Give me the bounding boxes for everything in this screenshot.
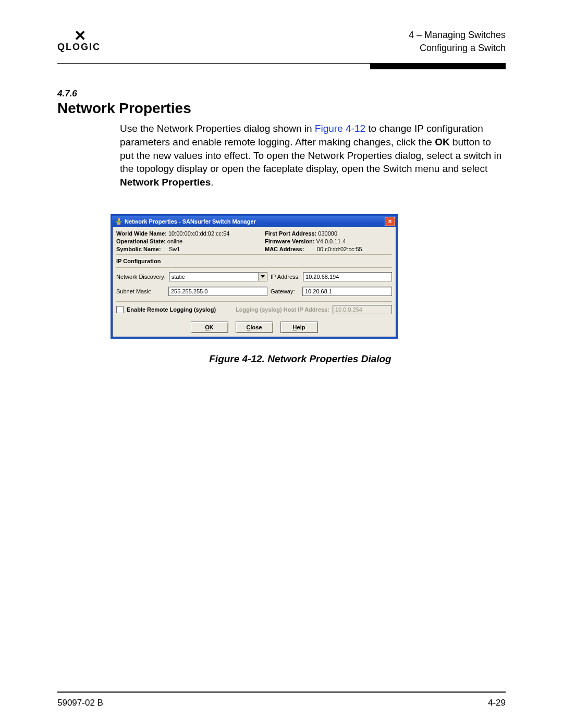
subnet-label: Subnet Mask: xyxy=(116,288,165,294)
section-title: Network Properties xyxy=(57,100,506,117)
wwn-label: World Wide Name: xyxy=(116,230,167,237)
syslog-host-input: 10.0.0.254 xyxy=(333,305,392,314)
wwn-value: 10:00:00:c0:dd:02:cc:54 xyxy=(168,230,229,237)
close-button[interactable]: Close xyxy=(236,322,273,333)
subnet-input[interactable]: 255.255.255.0 xyxy=(168,287,267,296)
footer-right: 4-29 xyxy=(488,698,506,708)
footer-rule xyxy=(57,692,506,693)
gw-label: Gateway: xyxy=(271,288,299,294)
enable-syslog-label: Enable Remote Logging (syslog) xyxy=(127,306,216,313)
fw-value: V4.0.0.11-4 xyxy=(316,238,346,244)
figure-link[interactable]: Figure 4-12 xyxy=(315,123,365,134)
enable-syslog-checkbox[interactable] xyxy=(116,306,124,313)
chapter-path: 4 – Managing Switches Configuring a Swit… xyxy=(409,29,506,55)
logo-text: QLOGIC xyxy=(57,42,101,52)
chevron-down-icon[interactable] xyxy=(258,273,267,281)
discovery-combo[interactable]: static xyxy=(169,272,267,281)
mac-label: MAC Address: xyxy=(265,246,304,252)
mac-value: 00:c0:dd:02:cc:55 xyxy=(317,246,362,252)
help-button[interactable]: Help xyxy=(280,322,318,333)
discovery-label: Network Discovery: xyxy=(116,274,166,280)
header-rule xyxy=(57,63,506,70)
dialog-titlebar[interactable]: Network Properties - SANsurfer Switch Ma… xyxy=(112,216,396,227)
ok-button[interactable]: OK xyxy=(191,322,228,333)
page-header: ✕ QLOGIC 4 – Managing Switches Configuri… xyxy=(57,29,506,60)
svg-rect-1 xyxy=(116,221,121,223)
logo-glyph: ✕ xyxy=(74,29,84,43)
close-icon[interactable]: × xyxy=(385,217,395,226)
section-number: 4.7.6 xyxy=(57,89,506,99)
syslog-host-label: Logging (syslog) Host IP Address: xyxy=(236,306,329,313)
section-paragraph: Use the Network Properties dialog shown … xyxy=(120,122,506,189)
info-grid: World Wide Name: 10:00:00:c0:dd:02:cc:54… xyxy=(116,230,392,252)
fpa-label: First Port Address: xyxy=(265,230,316,237)
ip-label: IP Address: xyxy=(271,274,300,280)
app-icon xyxy=(115,218,123,225)
chapter-line2: Configuring a Switch xyxy=(409,42,506,55)
dialog-title: Network Properties - SANsurfer Switch Ma… xyxy=(125,218,385,225)
fw-label: Firmware Version: xyxy=(265,238,314,244)
page-footer: 59097-02 B 4-29 xyxy=(57,698,506,708)
qlogic-logo: ✕ QLOGIC xyxy=(57,29,101,52)
ip-input[interactable]: 10.20.68.194 xyxy=(303,272,392,281)
chapter-line1: 4 – Managing Switches xyxy=(409,29,506,42)
opstate-value: online xyxy=(167,238,182,244)
svg-rect-0 xyxy=(118,218,120,221)
symname-label: Symbolic Name: xyxy=(116,246,161,252)
svg-rect-2 xyxy=(117,223,120,225)
figure-caption: Figure 4-12. Network Properties Dialog xyxy=(95,353,506,365)
gw-input[interactable]: 10.20.68.1 xyxy=(302,287,392,296)
fpa-value: 030000 xyxy=(318,230,337,237)
network-properties-dialog: Network Properties - SANsurfer Switch Ma… xyxy=(111,214,398,339)
symname-value: Sw1 xyxy=(169,246,180,252)
footer-left: 59097-02 B xyxy=(57,698,103,708)
opstate-label: Operational State: xyxy=(116,238,166,244)
ip-config-label: IP Configuration xyxy=(116,254,392,265)
discovery-value: static xyxy=(172,274,185,280)
